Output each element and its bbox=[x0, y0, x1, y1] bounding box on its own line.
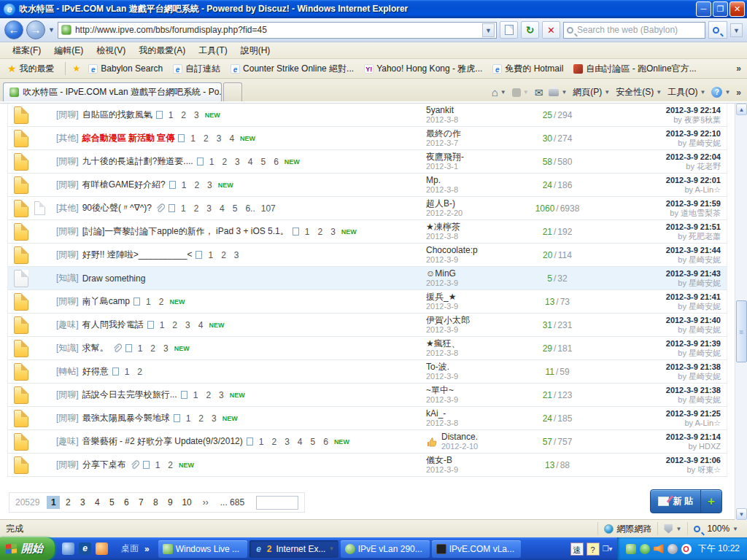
thread-page-link[interactable]: 1 bbox=[166, 110, 176, 120]
new-tab-button[interactable] bbox=[223, 82, 242, 101]
favorites-item[interactable]: Y!Yahoo! Hong Kong - 雅虎... bbox=[359, 61, 487, 77]
thread-page-link[interactable]: 1 bbox=[188, 133, 198, 144]
table-row[interactable]: [知識]求幫。123NEW★瘋狂、2012-3-829/1812012-3-9 … bbox=[8, 337, 727, 360]
author-name[interactable]: To-波. bbox=[426, 362, 458, 372]
last-post-author[interactable]: by A-Lin☆ bbox=[619, 185, 721, 195]
author-name[interactable]: ☺MinG bbox=[426, 269, 458, 279]
thread-page-link[interactable]: 5 bbox=[258, 157, 268, 167]
stop-button[interactable]: ✕ bbox=[542, 21, 560, 39]
last-post-author[interactable]: by 星崎安妮 bbox=[619, 139, 721, 148]
thread-page-link[interactable]: 4 bbox=[295, 437, 305, 447]
favorites-item[interactable]: eBabylon Search bbox=[83, 62, 168, 75]
taskbar-task-button[interactable]: Windows Live ... bbox=[158, 540, 247, 558]
thread-page-link[interactable]: 6 bbox=[271, 157, 281, 167]
author-name[interactable]: Mp. bbox=[426, 176, 458, 185]
thread-page-link[interactable]: 4 bbox=[227, 133, 236, 144]
tray-ipve-icon[interactable] bbox=[626, 544, 636, 554]
thread-page-link[interactable]: 6.. bbox=[243, 203, 257, 214]
last-post-author[interactable]: by 呀東☆ bbox=[619, 465, 721, 475]
thread-page-link[interactable]: 3 bbox=[161, 343, 171, 354]
thread-page-link[interactable]: 1 bbox=[179, 180, 189, 190]
last-post-author[interactable]: by 死肥老蕭 bbox=[619, 232, 721, 241]
thread-title[interactable]: 自貼區的找數風氣 bbox=[82, 109, 152, 121]
thread-page-link[interactable]: 3 bbox=[183, 320, 193, 330]
page-link[interactable]: 5 bbox=[105, 496, 118, 509]
last-post-author[interactable]: by 星崎安妮 bbox=[619, 255, 721, 265]
taskbar-task-button[interactable]: IPvE vLan 290... bbox=[341, 540, 430, 558]
thread-page-link[interactable]: 2 bbox=[170, 320, 179, 330]
thread-title[interactable]: 話說今日去完學校旅行... bbox=[82, 389, 177, 401]
thread-page-link[interactable]: 1 bbox=[136, 343, 145, 354]
thread-page-link[interactable]: 1 bbox=[153, 460, 163, 470]
favorites-label[interactable]: 我的最愛 bbox=[20, 63, 55, 75]
thread-page-link[interactable]: 3 bbox=[205, 180, 214, 190]
last-post-author[interactable]: by 夜夢§秋葉 bbox=[619, 115, 721, 125]
new-post-button[interactable]: 新 貼 + bbox=[650, 489, 722, 513]
thread-page-link[interactable]: 3 bbox=[232, 250, 241, 260]
start-button[interactable]: 開始 bbox=[0, 537, 55, 560]
last-post-author[interactable]: by 星崎安妮 bbox=[619, 395, 721, 405]
menu-item[interactable]: 工具(T) bbox=[192, 42, 233, 59]
thread-page-link[interactable]: 2 bbox=[157, 297, 166, 307]
author-name[interactable]: kAi_- bbox=[426, 409, 458, 419]
scroll-up-button[interactable]: ▲ bbox=[736, 104, 747, 115]
thread-page-link[interactable]: 4 bbox=[196, 320, 206, 330]
thread-title[interactable]: 南丫島camp bbox=[82, 295, 130, 308]
thread-page-link[interactable]: 2 bbox=[219, 250, 228, 260]
thread-page-link[interactable]: 3 bbox=[214, 133, 224, 144]
author-name[interactable]: Chocoolate:p bbox=[426, 246, 478, 255]
author-name[interactable]: ~單中~ bbox=[426, 386, 458, 395]
quicklaunch-ie-icon[interactable]: e bbox=[79, 542, 91, 555]
table-row[interactable]: [轉帖]好得意12To-波.2012-3-911/592012-3-9 21:3… bbox=[8, 360, 727, 384]
thread-page-link[interactable]: 1 bbox=[303, 227, 312, 237]
tab-active[interactable]: 吹水特區 - IPvE.COM vLan 遊戲平台網吧系統 - Po... bbox=[3, 82, 222, 101]
last-post-author[interactable]: by HDXZ bbox=[619, 442, 721, 451]
thread-page-link[interactable]: 2 bbox=[196, 413, 206, 424]
thread-page-link[interactable]: 5 bbox=[309, 437, 318, 447]
author-name[interactable]: 援兵_★ bbox=[426, 292, 458, 302]
thread-page-link[interactable]: 2 bbox=[179, 110, 188, 120]
minimize-button[interactable]: ─ bbox=[696, 1, 711, 17]
table-row[interactable]: [閒聊]自貼區的找數風氣123NEW5yankit2012-3-825/2942… bbox=[8, 104, 727, 127]
author-name[interactable]: 夜鷹飛翔- bbox=[426, 152, 464, 162]
page-menu-button[interactable]: 網頁(P)▼ bbox=[573, 86, 610, 98]
favorites-overflow-chevron[interactable]: » bbox=[730, 63, 747, 74]
language-help-icon[interactable]: ? bbox=[587, 542, 600, 556]
last-post-author[interactable]: by 星崎安妮 bbox=[619, 349, 721, 358]
thread-page-link[interactable]: 2 bbox=[192, 203, 201, 214]
thread-page-link[interactable]: 1 bbox=[123, 367, 132, 377]
page-link[interactable]: 3 bbox=[76, 496, 89, 509]
task-dropdown-icon[interactable]: ▼ bbox=[328, 545, 334, 552]
thread-page-link[interactable]: 1 bbox=[144, 297, 153, 307]
mail-button[interactable]: ✉ bbox=[535, 87, 543, 98]
desktop-toolbar[interactable]: 桌面 » bbox=[115, 537, 155, 560]
maximize-button[interactable]: ❐ bbox=[713, 1, 728, 17]
thread-page-link[interactable]: 2 bbox=[166, 460, 175, 470]
thread-title[interactable]: 九十後的長遠計劃?難道要.... bbox=[82, 155, 193, 168]
table-row[interactable]: [其他]綜合動漫區 新活動 宣傳1234NEW最終の作2012-3-730/27… bbox=[8, 127, 727, 150]
table-row[interactable]: [閒聊]好野!! 逹陣啦>__________<123Chocoolate:p2… bbox=[8, 244, 727, 267]
favorites-item[interactable]: e免費的 Hotmail bbox=[487, 61, 568, 77]
thread-page-link[interactable]: 4 bbox=[246, 157, 255, 167]
history-dropdown[interactable]: ▼ bbox=[48, 26, 55, 34]
page-last-link[interactable]: ... 685 bbox=[216, 497, 249, 508]
home-button[interactable]: ⌂▼ bbox=[492, 86, 506, 98]
thread-title[interactable]: 90後心聲(〃^∇^)? bbox=[82, 202, 152, 214]
tray-volume-icon[interactable] bbox=[654, 544, 664, 554]
last-post-author[interactable]: by 星崎安妮 bbox=[619, 279, 721, 288]
thread-page-link[interactable]: 1 bbox=[179, 203, 188, 214]
author-name[interactable]: 5yankit bbox=[426, 106, 458, 115]
table-row[interactable]: [閒聊]南丫島camp12NEW援兵_★2012-3-913/732012-3-… bbox=[8, 290, 727, 314]
print-button[interactable]: ▼ bbox=[549, 89, 567, 96]
thread-page-link[interactable]: 3 bbox=[192, 110, 201, 120]
author-name[interactable]: 儀女-B bbox=[426, 456, 458, 465]
thread-page-link[interactable]: 3 bbox=[204, 203, 214, 214]
thread-page-link[interactable]: 2 bbox=[269, 437, 279, 447]
table-row[interactable]: [閒聊]話說今日去完學校旅行...123NEW~單中~2012-3-921/12… bbox=[8, 384, 727, 407]
page-link[interactable]: 9 bbox=[163, 496, 177, 509]
thread-title[interactable]: 好得意 bbox=[82, 365, 109, 378]
add-favorite-icon[interactable]: ★ bbox=[73, 63, 81, 74]
thread-title[interactable]: 綜合動漫區 新活動 宣傳 bbox=[82, 132, 175, 144]
new-post-plus-icon[interactable]: + bbox=[700, 490, 721, 513]
thread-page-link[interactable]: 1 bbox=[207, 157, 217, 167]
